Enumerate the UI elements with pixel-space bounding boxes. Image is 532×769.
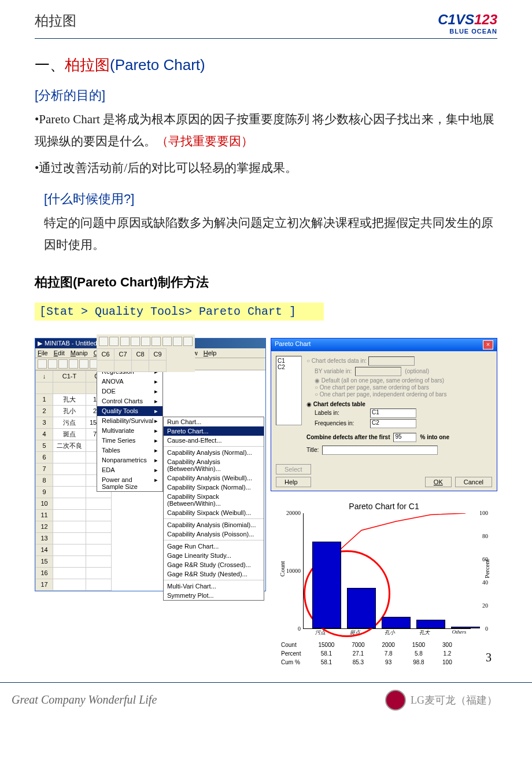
cell[interactable] [53,555,86,567]
cell[interactable] [86,567,112,579]
labels-in-input[interactable]: C1 [370,409,416,418]
list-item[interactable]: C1 [278,358,300,364]
cell[interactable] [53,451,86,463]
cell[interactable]: 8 [36,474,53,486]
submenu-item[interactable]: Capability Analysis (Between/Within)... [164,457,264,473]
cell[interactable] [53,486,86,498]
toolbar-icon[interactable] [69,359,78,369]
cell[interactable] [149,360,167,371]
menu-item[interactable]: Edit [54,349,65,356]
toolbar-icon[interactable] [48,359,57,369]
list-item[interactable]: C2 [278,364,300,370]
cell[interactable] [53,567,86,579]
cell[interactable] [53,463,86,474]
col-header[interactable]: C9 [149,348,167,360]
quality-tools-submenu[interactable]: Run Chart...Pareto Chart...Cause-and-Eff… [163,417,264,601]
submenu-item[interactable]: Capability Analysis (Poisson)... [164,529,264,539]
cell[interactable]: 10 [36,498,53,509]
cell[interactable] [53,544,86,555]
cell[interactable] [36,382,53,393]
cell[interactable] [86,532,112,544]
dialog-titlebar[interactable]: Pareto Chart × [271,338,497,351]
help-button[interactable]: Help [276,477,311,487]
menu-item[interactable]: Quality Tools▸ [97,406,162,416]
menu-item[interactable]: Tables▸ [97,446,162,455]
freq-in-input[interactable]: C2 [370,419,416,428]
menu-item[interactable]: Power and Sample Size▸ [97,475,162,491]
close-icon[interactable]: × [483,340,493,349]
toolbar-icon[interactable] [58,359,68,369]
submenu-item[interactable]: Run Chart... [164,417,264,426]
cell[interactable]: 16 [36,567,53,579]
cell[interactable] [86,579,112,590]
toolbar-icon[interactable] [162,337,172,346]
cell[interactable]: 12 [36,521,53,532]
cell[interactable] [53,509,86,521]
toolbar-icon[interactable] [173,337,182,346]
stat-menu[interactable]: Basic Statistics▸Regression▸ANOVA▸DOE▸Co… [97,356,163,492]
submenu-item[interactable]: Capability Analysis (Binomial)... [164,520,264,529]
submenu-item[interactable]: Capability Sixpack (Between/Within)... [164,492,264,508]
submenu-item[interactable]: Capability Sixpack (Normal)... [164,483,264,492]
column-list[interactable]: C1C2 [276,356,302,425]
toolbar-icon[interactable] [38,359,47,369]
col-header[interactable]: ↓ [36,370,53,382]
menu-item[interactable]: ANOVA▸ [97,377,162,387]
cell[interactable] [114,360,132,371]
cell[interactable] [86,555,112,567]
cell[interactable]: 斑点 [53,428,86,440]
submenu-item[interactable]: Capability Analysis (Normal)... [164,448,264,457]
cell[interactable] [53,474,86,486]
cell[interactable]: 14 [36,544,53,555]
cell[interactable]: 2 [36,405,53,417]
cell[interactable]: 11 [36,509,53,521]
cell[interactable]: 孔小 [53,405,86,417]
cell[interactable]: 污点 [53,417,86,428]
submenu-item[interactable]: Symmetry Plot... [164,591,264,600]
combine-input[interactable]: 95 [393,433,416,442]
cell[interactable] [97,360,114,371]
col-header[interactable]: C8 [132,348,149,360]
submenu-item[interactable]: Multi-Vari Chart... [164,582,264,591]
cell[interactable] [86,544,112,555]
cell[interactable]: 二次不良 [53,440,86,451]
cell[interactable]: 3 [36,417,53,428]
cell[interactable]: 6 [36,451,53,463]
radio-defects-table[interactable]: ◉ Chart defects table [306,401,492,407]
menu-item[interactable]: EDA▸ [97,465,162,475]
cell[interactable] [53,532,86,544]
submenu-item[interactable]: Capability Analysis (Weibull)... [164,473,264,483]
cell[interactable]: 1 [36,393,53,405]
worksheet-cols-right[interactable]: C6C7C8C9 [97,348,167,372]
toolbar-icon[interactable] [183,337,193,346]
cancel-button[interactable]: Cancel [455,477,492,487]
col-header[interactable]: C6 [97,348,114,360]
cell[interactable]: 5 [36,440,53,451]
submenu-item[interactable]: Gage R&R Study (Nested)... [164,569,264,579]
cell[interactable] [132,360,149,371]
menu-item[interactable]: DOE▸ [97,387,162,396]
toolbar-icon[interactable] [120,337,130,346]
cell[interactable] [86,498,112,509]
cell[interactable] [53,579,86,590]
menu-item[interactable]: Reliability/Survival▸ [97,416,162,426]
cell[interactable] [53,498,86,509]
cell[interactable] [53,382,86,393]
submenu-item[interactable]: Capability Sixpack (Weibull)... [164,508,264,517]
cell[interactable] [86,509,112,521]
cell[interactable]: 17 [36,579,53,590]
menu-item[interactable]: File [38,349,48,356]
submenu-item[interactable]: Gage Linearity Study... [164,551,264,560]
toolbar-icon[interactable] [131,337,140,346]
col-header[interactable]: C7 [114,348,132,360]
menu-item[interactable]: Time Series▸ [97,436,162,446]
cell[interactable]: 15 [36,555,53,567]
cell[interactable]: 4 [36,428,53,440]
cell[interactable] [86,521,112,532]
col-header[interactable]: C1-T [53,370,86,382]
menu-item[interactable]: Manip [71,349,88,356]
radio-defects-data[interactable]: ○ Chart defects data in: [306,356,492,366]
menu-item[interactable]: Control Charts▸ [97,396,162,406]
submenu-item[interactable]: Pareto Chart... [164,426,264,436]
toolbar-icon[interactable] [79,359,88,369]
